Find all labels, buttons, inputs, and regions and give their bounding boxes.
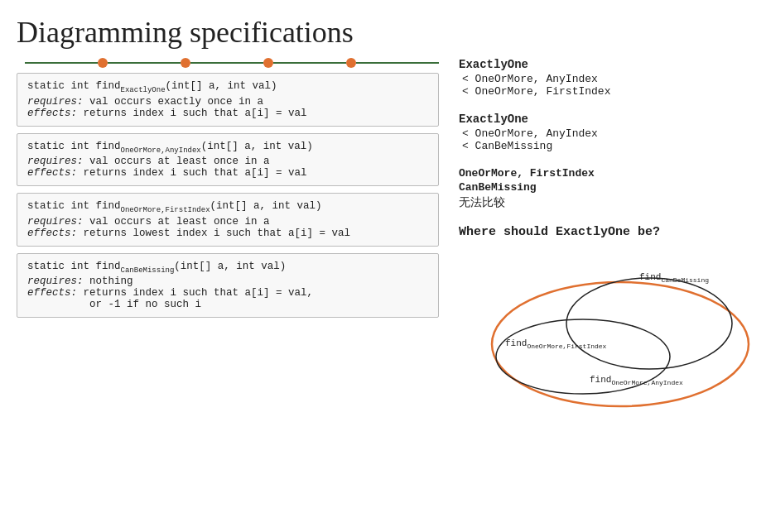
code-params-4: (int[] a, int val) bbox=[174, 261, 286, 272]
effects-label-4: effects: bbox=[27, 287, 77, 299]
code-effects-3: effects: returns lowest index i such tha… bbox=[27, 228, 428, 239]
dot-3 bbox=[263, 58, 273, 68]
timeline-line-3 bbox=[190, 62, 263, 64]
spec-item-text-2-2: CanBeMissing bbox=[475, 140, 553, 152]
code-requires-3: requires: val occurs at least once in a bbox=[27, 216, 428, 228]
effects-text-4b: or -1 if no such i bbox=[27, 299, 201, 310]
spec-item-text-2-1: OneOrMore, AnyIndex bbox=[475, 127, 598, 140]
requires-text-2: val occurs at least once in a bbox=[89, 156, 270, 167]
code-block-can-be-missing: static int findCanBeMissing(int[] a, int… bbox=[17, 253, 439, 319]
timeline-dots bbox=[25, 58, 439, 68]
code-sub-3: OneOrMore,FirstIndex bbox=[121, 206, 210, 214]
spec-item-1-1: < OneOrMore, AnyIndex bbox=[459, 73, 757, 85]
code-sub-2: OneOrMore,AnyIndex bbox=[121, 146, 201, 154]
code-effects-2: effects: returns index i such that a[i] … bbox=[27, 167, 428, 179]
spec-item-text-1-1: OneOrMore, AnyIndex bbox=[475, 73, 598, 85]
lt-icon-2-1: < bbox=[462, 127, 475, 140]
dot-segment-3 bbox=[190, 58, 273, 68]
requires-label-3: requires: bbox=[27, 216, 84, 228]
requires-text-1: val occurs exactly once in a bbox=[89, 96, 263, 108]
code-sig-3: static int findOneOrMore,FirstIndex(int[… bbox=[27, 200, 428, 214]
timeline-line-2 bbox=[108, 62, 181, 64]
timeline-line-4 bbox=[273, 62, 346, 64]
venn-sub-oneormore-first: OneOrMore,FirstIndex bbox=[527, 343, 606, 350]
code-requires-4: requires: nothing bbox=[27, 276, 428, 287]
main-row: static int findExactlyOne(int[] a, int v… bbox=[17, 58, 749, 524]
spec-section-2: ExactlyOne < OneOrMore, AnyIndex < CanBe… bbox=[459, 113, 757, 152]
code-block-one-or-more-first: static int findOneOrMore,FirstIndex(int[… bbox=[17, 193, 439, 247]
code-requires-1: requires: val occurs exactly once in a bbox=[27, 96, 428, 108]
effects-text-1: returns index i such that a[i] = val bbox=[84, 108, 307, 119]
spec-line-3-1: OneOrMore, FirstIndex bbox=[459, 167, 757, 180]
requires-text-4: nothing bbox=[89, 276, 133, 287]
requires-text-3: val occurs at least once in a bbox=[89, 216, 270, 228]
timeline-line-end bbox=[356, 62, 439, 64]
code-effects-4: effects: returns index i such that a[i] … bbox=[27, 287, 428, 299]
venn-diagram: findCanBeMissing findOneOrMore,FirstInde… bbox=[459, 249, 757, 415]
code-sig-4: static int findCanBeMissing(int[] a, int… bbox=[27, 261, 428, 275]
code-sub-4: CanBeMissing bbox=[121, 266, 175, 274]
code-sig-1: static int findExactlyOne(int[] a, int v… bbox=[27, 80, 428, 94]
effects-label-2: effects: bbox=[27, 167, 77, 179]
page: Diagramming specifications bbox=[0, 0, 766, 532]
code-block-one-or-more-any: static int findOneOrMore,AnyIndex(int[] … bbox=[17, 133, 439, 187]
spec-section-3: OneOrMore, FirstIndex CanBeMissing 无法比较 bbox=[459, 167, 757, 210]
code-params-3: (int[] a, int val) bbox=[210, 200, 322, 212]
spec-item-2-2: < CanBeMissing bbox=[459, 140, 757, 152]
code-keyword-4: static int find bbox=[27, 261, 121, 272]
page-title: Diagramming specifications bbox=[17, 15, 749, 50]
lt-icon-1-2: < bbox=[462, 85, 475, 98]
requires-label-2: requires: bbox=[27, 156, 84, 167]
venn-sub-oneormore-any: OneOrMore,AnyIndex bbox=[611, 379, 682, 386]
spec-title-1: ExactlyOne bbox=[459, 58, 757, 71]
lt-icon-1-1: < bbox=[462, 73, 475, 85]
spec-item-1-2: < OneOrMore, FirstIndex bbox=[459, 85, 757, 98]
code-effects-4b: or -1 if no such i bbox=[27, 299, 428, 310]
dot-2 bbox=[181, 58, 190, 68]
dot-segment-2 bbox=[108, 58, 190, 68]
spec-item-2-1: < OneOrMore, AnyIndex bbox=[459, 127, 757, 140]
svg-point-1 bbox=[566, 278, 732, 369]
dot-segment-1 bbox=[25, 58, 108, 68]
venn-svg bbox=[459, 249, 757, 415]
venn-label-oneormore-first: findOneOrMore,FirstIndex bbox=[505, 338, 606, 350]
venn-sub-canbemissing: CanBeMissing bbox=[661, 276, 709, 284]
effects-text-3: returns lowest index i such that a[i] = … bbox=[84, 228, 351, 239]
spec-title-2: ExactlyOne bbox=[459, 113, 757, 126]
dot-1 bbox=[98, 58, 108, 68]
code-keyword-1: static int find bbox=[27, 80, 121, 92]
right-column: ExactlyOne < OneOrMore, AnyIndex < OneOr… bbox=[439, 58, 757, 524]
effects-text-2: returns index i such that a[i] = val bbox=[84, 167, 307, 179]
code-params-1: (int[] a, int val) bbox=[166, 80, 277, 92]
requires-label-1: requires: bbox=[27, 96, 84, 108]
requires-label-4: requires: bbox=[27, 276, 84, 287]
code-params-2: (int[] a, int val) bbox=[201, 141, 313, 152]
code-sig-2: static int findOneOrMore,AnyIndex(int[] … bbox=[27, 141, 428, 155]
code-keyword-3: static int find bbox=[27, 200, 121, 212]
where-title: Where should ExactlyOne be? bbox=[459, 225, 757, 239]
code-effects-1: effects: returns index i such that a[i] … bbox=[27, 108, 428, 119]
effects-text-4a: returns index i such that a[i] = val, bbox=[84, 287, 314, 299]
left-column: static int findExactlyOne(int[] a, int v… bbox=[17, 58, 439, 524]
venn-label-oneormore-any: findOneOrMore,AnyIndex bbox=[590, 375, 683, 386]
spec-line-3-2: CanBeMissing bbox=[459, 181, 757, 194]
lt-icon-2-2: < bbox=[462, 140, 475, 152]
code-sub-1: ExactlyOne bbox=[121, 86, 166, 94]
dot-4 bbox=[346, 58, 356, 68]
code-requires-2: requires: val occurs at least once in a bbox=[27, 156, 428, 167]
timeline bbox=[17, 58, 439, 68]
timeline-line-1 bbox=[25, 62, 98, 64]
dot-segment-4 bbox=[273, 58, 356, 68]
code-keyword-2: static int find bbox=[27, 141, 121, 152]
spec-section-1: ExactlyOne < OneOrMore, AnyIndex < OneOr… bbox=[459, 58, 757, 98]
venn-label-canbemissing: findCanBeMissing bbox=[639, 272, 709, 284]
code-block-exactly-one: static int findExactlyOne(int[] a, int v… bbox=[17, 73, 439, 127]
effects-label-3: effects: bbox=[27, 228, 77, 239]
spec-item-text-1-2: OneOrMore, FirstIndex bbox=[475, 85, 611, 98]
no-compare-text: 无法比较 bbox=[459, 195, 757, 210]
effects-label-1: effects: bbox=[27, 108, 77, 119]
